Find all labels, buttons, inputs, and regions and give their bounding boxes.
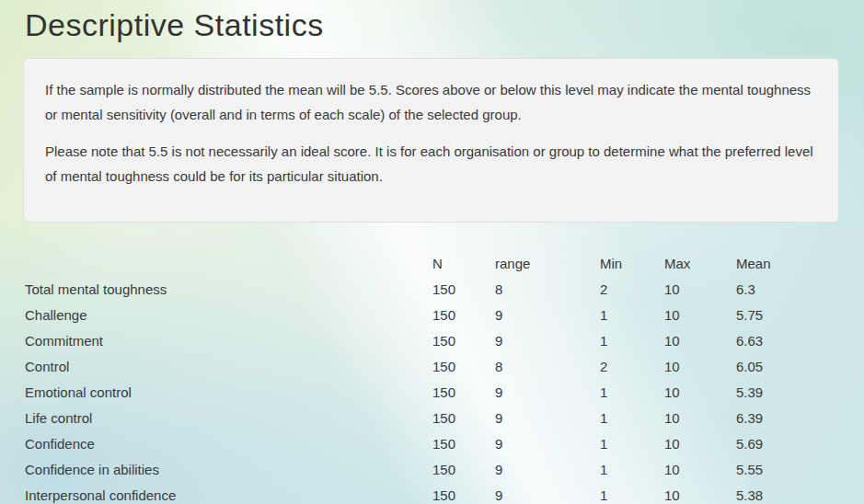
cell-n: 150 bbox=[432, 482, 495, 504]
row-label: Challenge bbox=[25, 302, 432, 327]
cell-mean: 6.39 bbox=[736, 405, 864, 430]
cell-range: 9 bbox=[495, 379, 600, 405]
row-label: Control bbox=[25, 353, 432, 379]
cell-mean: 5.75 bbox=[736, 302, 864, 327]
info-paragraph-1: If the sample is normally distributed th… bbox=[45, 77, 814, 127]
table-row: Confidence in abilities15091105.55 bbox=[25, 456, 864, 482]
row-label: Life control bbox=[25, 405, 432, 430]
cell-max: 10 bbox=[664, 379, 736, 405]
row-label: Confidence in abilities bbox=[25, 456, 432, 482]
cell-max: 10 bbox=[664, 456, 736, 482]
cell-mean: 6.3 bbox=[736, 276, 864, 302]
column-header-n: N bbox=[432, 250, 495, 276]
row-label: Commitment bbox=[25, 327, 432, 353]
table-row: Challenge15091105.75 bbox=[25, 302, 864, 327]
column-header-max: Max bbox=[664, 250, 736, 276]
cell-n: 150 bbox=[432, 302, 495, 327]
table-header-row: N range Min Max Mean bbox=[25, 250, 864, 276]
cell-min: 1 bbox=[600, 327, 664, 353]
column-header-label bbox=[25, 250, 432, 276]
cell-max: 10 bbox=[664, 327, 736, 353]
cell-range: 9 bbox=[495, 482, 600, 504]
cell-range: 9 bbox=[495, 456, 600, 482]
cell-min: 1 bbox=[600, 430, 664, 456]
row-label: Interpersonal confidence bbox=[25, 482, 432, 504]
table-row: Control15082106.05 bbox=[25, 353, 864, 379]
cell-max: 10 bbox=[664, 302, 736, 327]
cell-min: 1 bbox=[600, 405, 664, 430]
column-header-mean: Mean bbox=[736, 250, 864, 276]
cell-max: 10 bbox=[664, 353, 736, 379]
cell-min: 1 bbox=[600, 379, 664, 405]
info-paragraph-2: Please note that 5.5 is not necessarily … bbox=[45, 139, 814, 189]
cell-min: 2 bbox=[600, 276, 664, 302]
statistics-table: N range Min Max Mean Total mental toughn… bbox=[25, 250, 864, 504]
table-row: Confidence15091105.69 bbox=[25, 430, 864, 456]
column-header-range: range bbox=[495, 250, 600, 276]
cell-n: 150 bbox=[432, 430, 495, 456]
table-row: Emotional control15091105.39 bbox=[25, 379, 864, 405]
cell-mean: 5.69 bbox=[736, 430, 864, 456]
cell-min: 2 bbox=[600, 353, 664, 379]
cell-range: 8 bbox=[495, 353, 600, 379]
row-label: Total mental toughness bbox=[25, 276, 432, 302]
column-header-min: Min bbox=[600, 250, 664, 276]
info-box: If the sample is normally distributed th… bbox=[23, 58, 839, 223]
cell-mean: 5.39 bbox=[736, 379, 864, 405]
cell-max: 10 bbox=[664, 430, 736, 456]
table-row: Total mental toughness15082106.3 bbox=[25, 276, 864, 302]
cell-n: 150 bbox=[432, 353, 495, 379]
row-label: Confidence bbox=[25, 430, 432, 456]
cell-n: 150 bbox=[432, 405, 495, 430]
cell-range: 9 bbox=[495, 430, 600, 456]
cell-range: 9 bbox=[495, 302, 600, 327]
cell-range: 9 bbox=[495, 405, 600, 430]
cell-mean: 5.38 bbox=[736, 482, 864, 504]
cell-max: 10 bbox=[664, 276, 736, 302]
table-row: Commitment15091106.63 bbox=[25, 327, 864, 353]
cell-range: 9 bbox=[495, 327, 600, 353]
cell-min: 1 bbox=[600, 482, 664, 504]
cell-n: 150 bbox=[432, 379, 495, 405]
cell-n: 150 bbox=[432, 456, 495, 482]
table-row: Life control15091106.39 bbox=[25, 405, 864, 430]
cell-min: 1 bbox=[600, 456, 664, 482]
page-title: Descriptive Statistics bbox=[25, 7, 864, 43]
cell-min: 1 bbox=[600, 302, 664, 327]
cell-mean: 5.55 bbox=[736, 456, 864, 482]
cell-max: 10 bbox=[664, 405, 736, 430]
cell-mean: 6.63 bbox=[736, 327, 864, 353]
cell-range: 8 bbox=[495, 276, 600, 302]
table-body: Total mental toughness15082106.3Challeng… bbox=[25, 276, 864, 504]
cell-max: 10 bbox=[664, 482, 736, 504]
row-label: Emotional control bbox=[25, 379, 432, 405]
cell-n: 150 bbox=[432, 276, 495, 302]
cell-mean: 6.05 bbox=[736, 353, 864, 379]
table-row: Interpersonal confidence15091105.38 bbox=[25, 482, 864, 504]
cell-n: 150 bbox=[432, 327, 495, 353]
